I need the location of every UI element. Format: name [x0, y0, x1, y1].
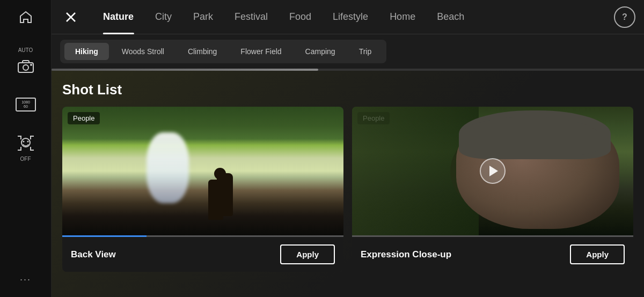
card-footer-expression-closeup: Expression Close-up Apply	[352, 237, 633, 272]
sub-tabs-container: Hiking Woods Stroll Climbing Flower Fiel…	[52, 34, 644, 69]
sub-tabs: Hiking Woods Stroll Climbing Flower Fiel…	[60, 40, 386, 63]
face-tracking-label: OFF	[20, 156, 31, 162]
auto-label: AUTO	[18, 47, 33, 53]
category-tabs: Nature City Park Festival Food Lifestyle…	[92, 0, 614, 34]
content-area: Shot List People Back View Apply	[52, 71, 644, 297]
subtab-trip[interactable]: Trip	[348, 43, 383, 60]
backpack	[217, 188, 226, 204]
card-label-expression-closeup: Expression Close-up	[361, 249, 451, 260]
card-footer-back-view: Back View Apply	[62, 237, 343, 272]
svg-point-7	[23, 141, 24, 143]
face-tracking-section: OFF	[15, 132, 36, 162]
scroll-thumb	[52, 69, 318, 71]
tab-home[interactable]: Home	[379, 0, 426, 34]
svg-point-2	[30, 64, 32, 66]
tab-city[interactable]: City	[144, 0, 182, 34]
resolution-section: 1080 60	[15, 94, 36, 115]
card-image-back-view: People	[62, 107, 343, 235]
card-badge-back-view: People	[68, 112, 100, 124]
tab-nature[interactable]: Nature	[92, 0, 144, 34]
subtab-flower-field[interactable]: Flower Field	[230, 43, 292, 60]
card-image-expression-closeup: People	[352, 107, 633, 235]
svg-point-8	[27, 141, 28, 143]
subtab-climbing[interactable]: Climbing	[177, 43, 228, 60]
camera-icon[interactable]	[15, 55, 36, 77]
person-silhouette	[208, 180, 223, 220]
svg-text:1080: 1080	[21, 100, 30, 104]
card-progress-expression	[352, 235, 633, 237]
top-navigation: Nature City Park Festival Food Lifestyle…	[52, 0, 644, 34]
person-head	[214, 168, 226, 180]
home-button[interactable]	[15, 6, 36, 28]
card-back-view: People Back View Apply	[62, 107, 343, 272]
card-progress-fill-back-view	[62, 235, 147, 237]
tab-park[interactable]: Park	[182, 0, 224, 34]
resolution-icon[interactable]: 1080 60	[15, 94, 36, 115]
tab-food[interactable]: Food	[279, 0, 322, 34]
play-icon	[489, 166, 498, 176]
face-tracking-icon[interactable]	[15, 132, 36, 154]
tab-lifestyle[interactable]: Lifestyle	[322, 0, 379, 34]
cards-grid: People Back View Apply Peopl	[62, 107, 633, 272]
hat-shape	[459, 110, 611, 159]
card-expression-closeup: People Expression Close-up Apply	[352, 107, 633, 272]
main-content: Nature City Park Festival Food Lifestyle…	[52, 0, 644, 297]
close-button[interactable]	[60, 6, 82, 28]
sidebar: AUTO 1080 60	[0, 0, 52, 297]
card-progress-back-view	[62, 235, 343, 237]
scroll-indicator	[52, 69, 644, 71]
auto-camera-section: AUTO	[15, 47, 36, 77]
play-button[interactable]	[480, 158, 506, 184]
tab-festival[interactable]: Festival	[224, 0, 279, 34]
tab-beach[interactable]: Beach	[426, 0, 475, 34]
subtab-camping[interactable]: Camping	[295, 43, 346, 60]
apply-button-back-view[interactable]: Apply	[280, 244, 335, 264]
subtab-woods-stroll[interactable]: Woods Stroll	[111, 43, 175, 60]
card-label-back-view: Back View	[71, 249, 116, 260]
shot-list-title: Shot List	[62, 81, 633, 98]
more-options[interactable]: ···	[20, 274, 31, 285]
apply-button-expression-closeup[interactable]: Apply	[570, 244, 625, 264]
svg-text:60: 60	[24, 105, 28, 108]
svg-point-1	[23, 65, 28, 70]
subtab-hiking[interactable]: Hiking	[64, 43, 109, 60]
help-button[interactable]: ?	[614, 6, 635, 28]
